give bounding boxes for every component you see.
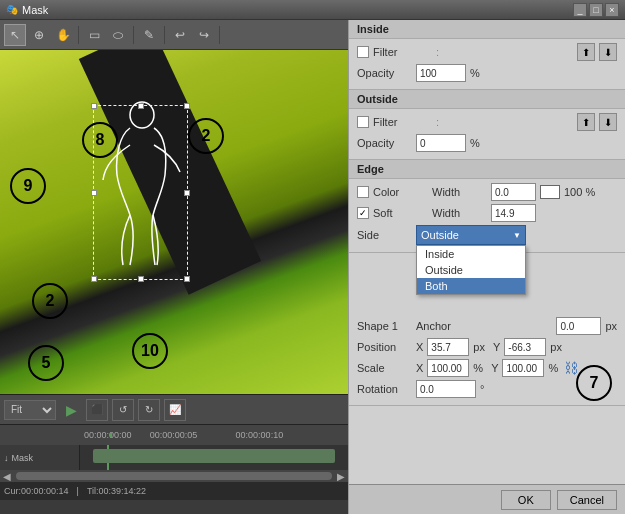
handle-br[interactable]: [184, 276, 190, 282]
handle-bc[interactable]: [138, 276, 144, 282]
inside-import-btn[interactable]: ⬆: [577, 43, 595, 61]
edge-width-input1[interactable]: [491, 183, 536, 201]
edge-color-checkbox[interactable]: [357, 186, 369, 198]
outside-import-btn[interactable]: ⬆: [577, 113, 595, 131]
rect-tool[interactable]: ▭: [83, 24, 105, 46]
annotation-8: 8: [82, 122, 118, 158]
toolbar: ↖ ⊕ ✋ ▭ ⬭ ✎ ↩ ↪: [0, 20, 348, 50]
scroll-right-btn[interactable]: ▶: [334, 471, 348, 482]
side-dropdown-button[interactable]: Outside ▼: [416, 225, 526, 245]
dropdown-item-outside[interactable]: Outside: [417, 262, 525, 278]
shape-anchor-row: Shape 1 Anchor px: [357, 317, 617, 335]
rotation-label: Rotation: [357, 383, 412, 395]
outside-opacity-label: Opacity: [357, 137, 412, 149]
shape-label: Shape 1: [357, 320, 412, 332]
handle-tr[interactable]: [184, 103, 190, 109]
edge-soft-width-input[interactable]: [491, 204, 536, 222]
pos-y-unit: px: [550, 341, 562, 353]
inside-export-btn[interactable]: ⬇: [599, 43, 617, 61]
scale-y-label: Y: [491, 362, 498, 374]
track-clip[interactable]: [93, 449, 334, 463]
pos-x-unit: px: [473, 341, 485, 353]
maximize-button[interactable]: □: [589, 3, 603, 17]
edge-width-pct: 100 %: [564, 186, 595, 198]
record-button[interactable]: ⬛: [86, 399, 108, 421]
pos-x-label: X: [416, 341, 423, 353]
zoom-select[interactable]: Fit 25% 50% 100% 200%: [4, 400, 56, 420]
ruler-mark-5: 00:00:00:05: [150, 430, 198, 440]
handle-tc[interactable]: [138, 103, 144, 109]
anchor-x-input[interactable]: [556, 317, 601, 335]
total-time: Til:00:39:14:22: [87, 486, 146, 496]
outside-filter-colon: :: [436, 116, 439, 128]
outside-section-content: Filter : ⬆ ⬇ Opacity %: [349, 109, 625, 160]
outside-opacity-input[interactable]: [416, 134, 466, 152]
loop-button[interactable]: ↺: [112, 399, 134, 421]
scrollbar-thumb[interactable]: [16, 472, 332, 480]
scroll-left-btn[interactable]: ◀: [0, 471, 14, 482]
chart-button[interactable]: 📈: [164, 399, 186, 421]
scale-x-label: X: [416, 362, 423, 374]
outside-export-btn[interactable]: ⬇: [599, 113, 617, 131]
close-button[interactable]: ×: [605, 3, 619, 17]
edge-color-swatch[interactable]: [540, 185, 560, 199]
position-row: Position X px Y px: [357, 338, 617, 356]
left-panel: ↖ ⊕ ✋ ▭ ⬭ ✎ ↩ ↪: [0, 20, 348, 514]
scale-y-input[interactable]: [502, 359, 544, 377]
outside-opacity-unit: %: [470, 137, 480, 149]
edge-section-header: Edge: [349, 160, 625, 179]
dropdown-item-both[interactable]: Both: [417, 278, 525, 294]
pos-y-input[interactable]: [504, 338, 546, 356]
edge-soft-checkbox[interactable]: [357, 207, 369, 219]
toolbar-sep-2: [133, 26, 134, 44]
current-time: Cur:00:00:00:14: [4, 486, 69, 496]
inside-section-content: Filter : ⬆ ⬇ Opacity %: [349, 39, 625, 90]
annotation-7: 7: [576, 365, 612, 401]
cancel-button[interactable]: Cancel: [557, 490, 617, 510]
rotation-input[interactable]: [416, 380, 476, 398]
scale-link-icon[interactable]: ⛓: [564, 360, 578, 376]
ok-button[interactable]: OK: [501, 490, 551, 510]
handle-bl[interactable]: [91, 276, 97, 282]
shape-section-content: Shape 1 Anchor px Position X px Y px: [349, 313, 625, 406]
timeline-ruler: 00:00:00:00 00:00:00:05 00:00:00:10: [0, 425, 348, 445]
edge-soft-label: Soft: [373, 207, 428, 219]
track-name: Mask: [12, 453, 34, 463]
arrow-tool[interactable]: ↖: [4, 24, 26, 46]
pen-tool[interactable]: ✎: [138, 24, 160, 46]
handle-ml[interactable]: [91, 190, 97, 196]
edge-soft-row: Soft Width: [357, 204, 617, 222]
handle-tl[interactable]: [91, 103, 97, 109]
pos-x-input[interactable]: [427, 338, 469, 356]
edge-section-content: Color Width 100 % Soft Width Side: [349, 179, 625, 253]
track-expand-icon[interactable]: ↓: [4, 453, 9, 463]
timeline-scrollbar[interactable]: ◀ ▶: [0, 470, 348, 482]
edge-side-row: Side Outside ▼ Inside Outside Both: [357, 225, 617, 245]
undo-button[interactable]: ↩: [169, 24, 191, 46]
timecode-bar: Cur:00:00:00:14 | Til:00:39:14:22: [0, 482, 348, 500]
scale-y-unit: %: [548, 362, 558, 374]
toolbar-sep-4: [219, 26, 220, 44]
scale-x-input[interactable]: [427, 359, 469, 377]
ruler-mark-0: 00:00:00:00: [84, 430, 132, 440]
dropdown-item-inside[interactable]: Inside: [417, 246, 525, 262]
handle-mr[interactable]: [184, 190, 190, 196]
outside-filter-row: Filter : ⬆ ⬇: [357, 113, 617, 131]
outside-filter-checkbox[interactable]: [357, 116, 369, 128]
outside-filter-label: Filter: [373, 116, 428, 128]
forward-button[interactable]: ↻: [138, 399, 160, 421]
video-canvas[interactable]: 8 2 9 2 5 10: [0, 50, 348, 394]
ellipse-tool[interactable]: ⬭: [107, 24, 129, 46]
hand-tool[interactable]: ✋: [52, 24, 74, 46]
redo-button[interactable]: ↪: [193, 24, 215, 46]
minimize-button[interactable]: _: [573, 3, 587, 17]
zoom-tool[interactable]: ⊕: [28, 24, 50, 46]
timeline-controls: Fit 25% 50% 100% 200% ▶ ⬛ ↺ ↻ 📈: [0, 395, 348, 425]
side-dropdown-menu: Inside Outside Both: [416, 245, 526, 295]
inside-opacity-input[interactable]: [416, 64, 466, 82]
edge-color-label: Color: [373, 186, 428, 198]
toolbar-sep-1: [78, 26, 79, 44]
track-content[interactable]: [80, 445, 348, 470]
play-button[interactable]: ▶: [60, 399, 82, 421]
inside-filter-checkbox[interactable]: [357, 46, 369, 58]
